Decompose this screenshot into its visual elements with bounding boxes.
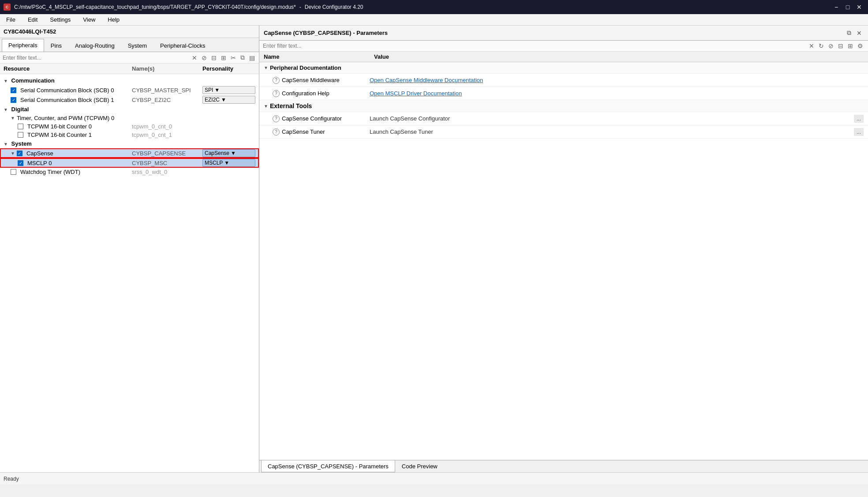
left-panel: CY8C4046LQI-T452 Peripherals Pins Analog…	[0, 26, 259, 472]
tree-item-wdt[interactable]: Watchdog Timer (WDT) srss_0_wdt_0	[0, 168, 259, 176]
msclp0-checkbox[interactable]: ✓	[18, 160, 23, 166]
capsense-tuner-label: CapSense Tuner	[282, 128, 325, 135]
menu-help[interactable]: Help	[105, 15, 122, 24]
capsense-mw-link[interactable]: Open CapSense Middleware Documentation	[370, 77, 483, 83]
tree-item-capsense[interactable]: ▼ ✓ CapSense CYBSP_CAPSENSE CapSense ▼	[0, 148, 259, 158]
config-help-link[interactable]: Open MSCLP Driver Documentation	[370, 90, 462, 97]
capsense-name: CYBSP_CAPSENSE	[132, 150, 202, 157]
counter0-checkbox[interactable]	[18, 124, 23, 129]
title-bar: C C:/mtw/PSoC_4_MSCLP_self-capacitance_t…	[0, 0, 868, 14]
communication-label: Communication	[11, 77, 55, 84]
tree-section-communication[interactable]: ▼ Communication	[0, 76, 259, 85]
col-personality: Personality	[202, 65, 255, 72]
params-name-capsense-mw: ? CapSense Middleware	[273, 77, 370, 84]
menu-view[interactable]: View	[80, 15, 98, 24]
left-filter-input[interactable]	[3, 55, 189, 61]
tree-section-system[interactable]: ▼ System	[0, 139, 259, 148]
chevron-down-icon-msclp0: ▼	[224, 160, 229, 166]
resource-header: Resource Name(s) Personality	[0, 64, 259, 74]
right-header-controls: ⧉ ✕	[845, 28, 864, 38]
wdt-label: Watchdog Timer (WDT)	[20, 169, 80, 175]
right-expand-icon[interactable]: ⊞	[846, 42, 854, 50]
capsense-personality-dropdown[interactable]: CapSense ▼	[202, 149, 255, 157]
copy-icon[interactable]: ⧉	[239, 53, 246, 62]
tree-item-counter0[interactable]: TCPWM 16-bit Counter 0 tcpwm_0_cnt_0	[0, 122, 259, 131]
minimize-button[interactable]: −	[831, 3, 842, 11]
menu-edit[interactable]: Edit	[25, 15, 40, 24]
ellipsis-capsense-tuner[interactable]: ...	[854, 128, 864, 136]
chevron-down-icon: ▼	[214, 87, 220, 93]
expand-arrow-system: ▼	[4, 142, 8, 147]
params-row-config-help: ? Configuration Help Open MSCLP Driver D…	[259, 87, 868, 100]
tree-section-digital[interactable]: ▼ Digital	[0, 105, 259, 114]
right-collapse-icon[interactable]: ⊟	[837, 42, 845, 50]
counter0-name: tcpwm_0_cnt_0	[132, 123, 202, 130]
maximize-button[interactable]: □	[842, 3, 853, 11]
help-icon-capsense-tuner[interactable]: ?	[273, 128, 280, 136]
chevron-down-icon-capsense: ▼	[231, 150, 236, 156]
launch-capsense-tuner-text: Launch CapSense Tuner	[370, 128, 433, 135]
help-icon-capsense-config[interactable]: ?	[273, 115, 280, 122]
tab-system[interactable]: System	[121, 39, 153, 52]
system-label: System	[11, 140, 32, 147]
ellipsis-capsense-config[interactable]: ...	[854, 115, 864, 123]
expand-all-icon[interactable]: ⊞	[220, 54, 228, 62]
capsense-config-label: CapSense Configurator	[282, 115, 342, 122]
tab-analog-routing[interactable]: Analog-Routing	[68, 39, 121, 52]
filter-icon[interactable]: ⊘	[200, 54, 208, 62]
tree-item-msclp0[interactable]: ✓ MSCLP 0 CYBSP_MSC MSCLP ▼	[0, 158, 259, 168]
tab-pins[interactable]: Pins	[44, 39, 68, 52]
chevron-down-icon-scb1: ▼	[221, 97, 226, 103]
close-button[interactable]: ✕	[854, 3, 864, 11]
counter1-checkbox[interactable]	[18, 132, 23, 138]
scb0-personality-dropdown[interactable]: SPI ▼	[202, 86, 255, 94]
close-panel-button[interactable]: ✕	[855, 29, 864, 38]
title-bar-left: C C:/mtw/PSoC_4_MSCLP_self-capacitance_t…	[4, 4, 363, 11]
right-filter-clear-icon[interactable]: ✕	[808, 42, 816, 50]
tree-item-scb0[interactable]: ✓ Serial Communication Block (SCB) 0 CYB…	[0, 85, 259, 95]
scb0-checkbox[interactable]: ✓	[11, 87, 16, 93]
right-header: CapSense (CYBSP_CAPSENSE) - Parameters ⧉…	[259, 26, 868, 41]
params-row-capsense-tuner: ? CapSense Tuner Launch CapSense Tuner .…	[259, 125, 868, 139]
menu-settings[interactable]: Settings	[47, 15, 73, 24]
capsense-mw-label: CapSense Middleware	[282, 77, 340, 83]
tree-item-tcpwm[interactable]: ▼ Timer, Counter, and PWM (TCPWM) 0	[0, 114, 259, 122]
tree-item-counter1[interactable]: TCPWM 16-bit Counter 1 tcpwm_0_cnt_1	[0, 131, 259, 139]
help-icon-config-help[interactable]: ?	[273, 90, 280, 97]
params-value-capsense-mw: Open CapSense Middleware Documentation	[370, 77, 864, 83]
msclp0-personality-dropdown[interactable]: MSCLP ▼	[202, 159, 255, 167]
tree-item-scb1[interactable]: ✓ Serial Communication Block (SCB) 1 CYB…	[0, 95, 259, 105]
expand-arrow-capsense: ▼	[11, 151, 15, 156]
right-filter-input[interactable]	[263, 43, 806, 49]
tab-peripheral-clocks[interactable]: Peripheral-Clocks	[153, 39, 212, 52]
right-settings-icon[interactable]: ⚙	[856, 42, 864, 50]
restore-button[interactable]: ⧉	[845, 28, 853, 38]
params-section-external-tools[interactable]: ▼ External Tools	[259, 100, 868, 112]
params-section-peripheral-doc[interactable]: ▼ Peripheral Documentation	[259, 62, 868, 74]
external-tools-label: External Tools	[270, 102, 312, 109]
delete-icon[interactable]: ▤	[248, 54, 256, 62]
right-panel-title: CapSense (CYBSP_CAPSENSE) - Parameters	[264, 30, 388, 36]
menu-file[interactable]: File	[4, 15, 18, 24]
bottom-tab-code-preview[interactable]: Code Preview	[395, 460, 444, 472]
window-controls: − □ ✕	[831, 3, 864, 11]
right-refresh-icon[interactable]: ↻	[817, 42, 825, 50]
wdt-checkbox[interactable]	[11, 169, 16, 175]
scb1-personality-dropdown[interactable]: EZI2C ▼	[202, 96, 255, 104]
params-value-capsense-tuner: Launch CapSense Tuner ...	[370, 128, 864, 136]
launch-capsense-config-text: Launch CapSense Configurator	[370, 115, 450, 122]
tab-peripherals[interactable]: Peripherals	[2, 39, 44, 52]
bottom-tab-parameters[interactable]: CapSense (CYBSP_CAPSENSE) - Parameters	[261, 460, 395, 472]
params-row-capsense-config: ? CapSense Configurator Launch CapSense …	[259, 112, 868, 125]
add-icon[interactable]: ✂	[229, 54, 237, 62]
scb0-name: CYBSP_MASTER_SPI	[132, 87, 202, 94]
left-filter-bar: ✕ ⊘ ⊟ ⊞ ✂ ⧉ ▤	[0, 52, 259, 64]
help-icon-capsense-mw[interactable]: ?	[273, 77, 280, 84]
scb1-checkbox[interactable]: ✓	[11, 97, 16, 103]
col-names: Name(s)	[132, 65, 202, 72]
right-filter-icon[interactable]: ⊘	[827, 42, 835, 50]
capsense-checkbox[interactable]: ✓	[17, 151, 22, 156]
collapse-all-icon[interactable]: ⊟	[210, 54, 218, 62]
launch-capsense-config-row: Launch CapSense Configurator ...	[370, 115, 864, 123]
filter-clear-icon[interactable]: ✕	[191, 54, 198, 62]
